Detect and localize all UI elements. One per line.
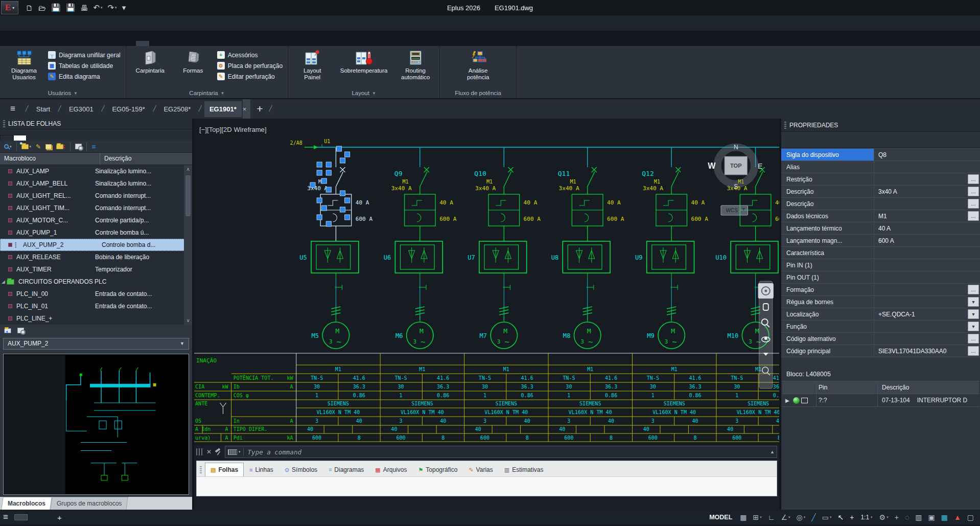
- document-tab[interactable]: / EG05-159* ×: [99, 99, 150, 119]
- placa-perfuracao-icon[interactable]: ⚙ Placa de perfuração: [217, 62, 283, 70]
- routing-automatico-button[interactable]: Routing automático: [396, 49, 434, 81]
- ribbon-tab[interactable]: [30, 41, 43, 46]
- grip[interactable]: [310, 182, 315, 188]
- property-row[interactable]: Dados técnicos M1 …: [781, 210, 980, 222]
- save-icon[interactable]: 💾▾: [51, 3, 61, 12]
- new-document-tab-button[interactable]: +: [256, 103, 263, 115]
- sheet-tab[interactable]: ▥ Estimativas: [499, 463, 549, 476]
- sheet-tab[interactable]: ⚑ Topográfico: [412, 463, 463, 476]
- copy-sheet-icon[interactable]: [229, 481, 242, 493]
- property-row[interactable]: Restrição …: [781, 173, 980, 186]
- pdf-export-icon[interactable]: [358, 481, 370, 493]
- grip[interactable]: [317, 215, 322, 220]
- selection-cycling-icon[interactable]: ▭▾: [819, 511, 835, 523]
- property-edit-button[interactable]: …: [968, 174, 979, 184]
- fullscreen-icon[interactable]: ▣▾: [925, 511, 938, 523]
- layout-tab[interactable]: [28, 514, 40, 520]
- edita-diagrama-icon[interactable]: ✎ Edita diagrama: [48, 73, 121, 80]
- grip[interactable]: [326, 170, 331, 175]
- panel-grip-icon[interactable]: [784, 122, 786, 129]
- command-bar-close-icon[interactable]: ✕: [206, 448, 212, 455]
- feeder-column-4[interactable]: Q11M13x40 A40 A600 AU8M3~M8: [551, 148, 624, 349]
- expand-row-icon[interactable]: ▶: [785, 398, 791, 403]
- ribbon-tab[interactable]: [56, 41, 69, 46]
- AUX_LAMP_BELL[interactable]: ◢ ⋮ AUX_LAMP_BELL Sinalização lumino...: [0, 177, 192, 190]
- left-panel-tab[interactable]: [0, 135, 13, 141]
- window-close-button[interactable]: [958, 0, 980, 15]
- AUX_PUMP_1[interactable]: ◢ ⋮ AUX_PUMP_1 Controle bomba ú...: [0, 226, 192, 239]
- layout-painel-button[interactable]: Layout Painel: [293, 49, 331, 81]
- status-menu-icon[interactable]: ≡: [3, 512, 8, 522]
- undo-icon[interactable]: ↶▾: [93, 3, 102, 12]
- acessorios-icon[interactable]: + Acessórios: [217, 51, 283, 59]
- grip[interactable]: [340, 207, 345, 212]
- grip[interactable]: [317, 198, 322, 203]
- preview-macroblock-icon[interactable]: [75, 144, 82, 149]
- PLC_IN_01[interactable]: ◢ ⋮ PLC_IN_01 Entrada de contato...: [0, 300, 192, 312]
- preview-toggle-icon[interactable]: [17, 328, 24, 333]
- search-macroblock-icon[interactable]: ▾: [4, 144, 12, 149]
- grip[interactable]: [317, 170, 322, 175]
- sobretemperatura-button[interactable]: Sobretemperatura: [336, 49, 391, 74]
- clean-screen-icon[interactable]: ▢▾: [964, 511, 977, 523]
- property-row[interactable]: Sigla do dispositivo Q8-K1●╲⚙◊!◆▮: [781, 149, 980, 161]
- new-macroblock-icon[interactable]: ▾: [21, 144, 32, 149]
- grid-toggle-icon[interactable]: ▦▾: [737, 511, 750, 523]
- import-sheet-icon[interactable]: [244, 481, 256, 493]
- group-label-carpintaria[interactable]: Carpintaria▼: [126, 88, 288, 98]
- lineweight-icon[interactable]: ╱▾: [808, 511, 819, 523]
- viewport-controls[interactable]: [−][Top][2D Wireframe]: [199, 126, 266, 133]
- grip[interactable]: [336, 146, 341, 151]
- scroll-up-icon[interactable]: ∧: [186, 165, 190, 173]
- settings-sheet-icon[interactable]: [372, 481, 385, 493]
- print-icon[interactable]: 🖶▾: [80, 4, 88, 12]
- AUX_LAMP[interactable]: ◢ ⋮ AUX_LAMP Sinalização lumino...: [0, 165, 192, 177]
- renumber-icon[interactable]: [301, 481, 313, 493]
- document-tab[interactable]: / EG3001 ×: [55, 99, 98, 119]
- sheet-table-icon[interactable]: [287, 481, 299, 493]
- sheet-tab[interactable]: ⌗ Diagramas: [323, 463, 369, 476]
- ribbon-tab[interactable]: [123, 41, 136, 46]
- PLC_LINE_+[interactable]: ◢ ⋮ PLC_LINE_+: [0, 312, 192, 325]
- tabelas-utilidade-icon[interactable]: ▦ Tabelas de utilidade: [48, 62, 121, 70]
- expand-triangle-icon[interactable]: ◢: [2, 279, 5, 284]
- close-tab-icon[interactable]: ×: [243, 99, 251, 119]
- property-edit-button[interactable]: …: [968, 187, 979, 196]
- property-row[interactable]: Função ▾: [781, 321, 980, 333]
- grip[interactable]: [317, 162, 322, 167]
- property-edit-button[interactable]: …: [968, 211, 979, 221]
- app-logo[interactable]: E ▾: [1, 1, 18, 14]
- grip[interactable]: [340, 158, 345, 163]
- grip[interactable]: [326, 162, 331, 167]
- analise-potencia-button[interactable]: Análise potência: [459, 49, 497, 81]
- copy-macroblock-icon[interactable]: [45, 144, 52, 149]
- add-workspace-icon[interactable]: +▾: [892, 511, 902, 523]
- AUX_PUMP_2[interactable]: ◢ ⋮ AUX_PUMP_2 Controle bomba d...: [0, 239, 192, 251]
- customize-command-icon[interactable]: [215, 448, 222, 455]
- bottom-tab[interactable]: Macroblocos: [1, 497, 52, 510]
- property-row[interactable]: Característica: [781, 247, 980, 259]
- property-row[interactable]: Pin OUT (1): [781, 271, 980, 284]
- feeder-column-2[interactable]: Q9M13x40 A40 A600 AU6M3~M6: [384, 148, 457, 349]
- grip[interactable]: [345, 198, 350, 203]
- AUX_RELEASE[interactable]: ◢ ⋮ AUX_RELEASE Bobina de liberação: [0, 251, 192, 263]
- feeder-column-1[interactable]: M13x40 A40 A600 AU5M3~M5: [299, 148, 372, 349]
- delete-macroblock-icon[interactable]: ✕: [56, 143, 65, 150]
- property-row[interactable]: Lançamento magn... 600 A: [781, 235, 980, 247]
- grid-view-icon[interactable]: [387, 481, 399, 493]
- bottom-tab[interactable]: Grupos de macroblocos: [50, 497, 128, 510]
- property-row[interactable]: Código principal SIE3VL17041DA330AA0 …: [781, 345, 980, 357]
- property-row[interactable]: Descrição …: [781, 198, 980, 210]
- property-row[interactable]: Régua de bornes ▾: [781, 296, 980, 308]
- property-row[interactable]: Localização +SE.QDCA-1 ▾: [781, 308, 980, 321]
- AUX_MOTOR_C...[interactable]: ◢ ⋮ AUX_MOTOR_C... Controle partida/p...: [0, 214, 192, 226]
- carpintaria-button[interactable]: Carpintaria: [131, 49, 169, 74]
- ribbon-tab[interactable]: [176, 41, 189, 46]
- command-history-icon[interactable]: ▲: [770, 449, 775, 454]
- document-tab[interactable]: / Start ×: [22, 99, 55, 119]
- feeder-column-5[interactable]: Q12M13x40 A40 A600 AU9M3~M9: [635, 148, 708, 349]
- command-input[interactable]: ▾ Type a command ▲: [225, 446, 777, 458]
- list-scrollbar[interactable]: ∧ ∨: [184, 165, 192, 325]
- grip[interactable]: [340, 191, 345, 196]
- pin-table-row[interactable]: ▶ ?:? 07-13-104 INTERRUPTOR D: [782, 394, 979, 407]
